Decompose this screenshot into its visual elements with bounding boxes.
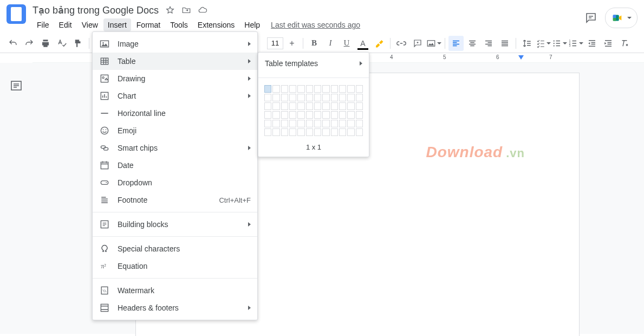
- grid-cell[interactable]: [331, 94, 338, 101]
- insert-date[interactable]: Date: [93, 157, 257, 174]
- comments-icon[interactable]: [584, 11, 597, 24]
- table-size-grid[interactable]: [258, 81, 369, 140]
- grid-cell[interactable]: [314, 102, 321, 110]
- grid-cell[interactable]: [272, 128, 279, 136]
- align-left-button[interactable]: [448, 36, 464, 51]
- grid-cell[interactable]: [331, 102, 338, 110]
- grid-cell[interactable]: [356, 102, 363, 110]
- bulleted-list-button[interactable]: [552, 36, 567, 51]
- grid-cell[interactable]: [289, 85, 296, 93]
- comment-button[interactable]: [410, 36, 425, 51]
- grid-cell[interactable]: [347, 102, 354, 110]
- grid-cell[interactable]: [322, 128, 329, 136]
- insert-dropdown[interactable]: Dropdown: [93, 174, 257, 191]
- menu-format[interactable]: Format: [132, 18, 165, 31]
- print-button[interactable]: [38, 36, 53, 51]
- grid-cell[interactable]: [281, 94, 288, 101]
- grid-cell[interactable]: [331, 120, 338, 127]
- grid-cell[interactable]: [281, 102, 288, 110]
- grid-cell[interactable]: [289, 111, 296, 119]
- menu-extensions[interactable]: Extensions: [193, 18, 239, 31]
- insert-chart[interactable]: Chart: [93, 87, 257, 105]
- grid-cell[interactable]: [264, 120, 271, 127]
- move-icon[interactable]: [181, 5, 191, 15]
- grid-cell[interactable]: [347, 120, 354, 127]
- grid-cell[interactable]: [322, 120, 329, 127]
- insert-special-characters[interactable]: Special characters: [93, 240, 257, 257]
- checklist-button[interactable]: [536, 36, 551, 51]
- insert-footnote[interactable]: FootnoteCtrl+Alt+F: [93, 191, 257, 209]
- cloud-icon[interactable]: [198, 5, 207, 15]
- grid-cell[interactable]: [314, 85, 321, 93]
- grid-cell[interactable]: [289, 128, 296, 136]
- grid-cell[interactable]: [322, 85, 329, 93]
- grid-cell[interactable]: [331, 111, 338, 119]
- grid-cell[interactable]: [289, 94, 296, 101]
- grid-cell[interactable]: [339, 102, 346, 110]
- undo-button[interactable]: [5, 36, 21, 51]
- grid-cell[interactable]: [339, 120, 346, 127]
- grid-cell[interactable]: [281, 120, 288, 127]
- text-color-button[interactable]: A: [355, 36, 370, 51]
- grid-cell[interactable]: [356, 111, 363, 119]
- spellcheck-button[interactable]: [54, 36, 69, 51]
- grid-cell[interactable]: [356, 94, 363, 101]
- meet-button[interactable]: [605, 8, 638, 28]
- grid-cell[interactable]: [289, 102, 296, 110]
- insert-drawing[interactable]: Drawing: [93, 70, 257, 87]
- grid-cell[interactable]: [272, 85, 279, 93]
- grid-cell[interactable]: [314, 120, 321, 127]
- grid-cell[interactable]: [314, 128, 321, 136]
- grid-cell[interactable]: [264, 102, 271, 110]
- grid-cell[interactable]: [322, 94, 329, 101]
- line-spacing-button[interactable]: [519, 36, 535, 51]
- grid-cell[interactable]: [264, 85, 271, 93]
- star-icon[interactable]: [165, 5, 175, 15]
- insert-building-blocks[interactable]: Building blocks: [93, 216, 257, 233]
- grid-cell[interactable]: [339, 128, 346, 136]
- grid-cell[interactable]: [281, 128, 288, 136]
- grid-cell[interactable]: [347, 111, 354, 119]
- table-templates-item[interactable]: Table templates: [258, 53, 369, 74]
- outline-toggle[interactable]: [10, 79, 23, 92]
- link-button[interactable]: [394, 36, 409, 51]
- grid-cell[interactable]: [281, 85, 288, 93]
- ruler-indent-marker[interactable]: [518, 55, 524, 61]
- grid-cell[interactable]: [272, 94, 279, 101]
- grid-cell[interactable]: [272, 111, 279, 119]
- insert-headers-footers[interactable]: Headers & footers: [93, 299, 257, 316]
- insert-watermark[interactable]: Watermark: [93, 282, 257, 299]
- font-size-input[interactable]: 11: [267, 37, 283, 49]
- grid-cell[interactable]: [297, 85, 304, 93]
- grid-cell[interactable]: [356, 120, 363, 127]
- grid-cell[interactable]: [264, 128, 271, 136]
- align-right-button[interactable]: [481, 36, 496, 51]
- grid-cell[interactable]: [264, 111, 271, 119]
- indent-decrease-button[interactable]: [584, 36, 600, 51]
- grid-cell[interactable]: [314, 111, 321, 119]
- italic-button[interactable]: I: [323, 36, 338, 51]
- insert-horizontal-line[interactable]: Horizontal line: [93, 105, 257, 122]
- menu-help[interactable]: Help: [240, 18, 264, 31]
- grid-cell[interactable]: [297, 102, 304, 110]
- menu-insert[interactable]: Insert: [103, 18, 131, 31]
- redo-button[interactable]: [22, 36, 37, 51]
- grid-cell[interactable]: [322, 111, 329, 119]
- menu-file[interactable]: File: [32, 18, 54, 31]
- grid-cell[interactable]: [297, 128, 304, 136]
- last-edit-link[interactable]: Last edit was seconds ago: [271, 21, 360, 29]
- grid-cell[interactable]: [306, 111, 313, 119]
- grid-cell[interactable]: [281, 111, 288, 119]
- grid-cell[interactable]: [331, 85, 338, 93]
- numbered-list-button[interactable]: 123: [568, 36, 583, 51]
- grid-cell[interactable]: [306, 120, 313, 127]
- clear-format-button[interactable]: [617, 36, 632, 51]
- menu-edit[interactable]: Edit: [55, 18, 76, 31]
- grid-cell[interactable]: [297, 111, 304, 119]
- grid-cell[interactable]: [339, 85, 346, 93]
- grid-cell[interactable]: [339, 94, 346, 101]
- insert-table[interactable]: Table: [93, 53, 257, 70]
- docs-logo[interactable]: [6, 4, 26, 24]
- grid-cell[interactable]: [347, 128, 354, 136]
- grid-cell[interactable]: [272, 102, 279, 110]
